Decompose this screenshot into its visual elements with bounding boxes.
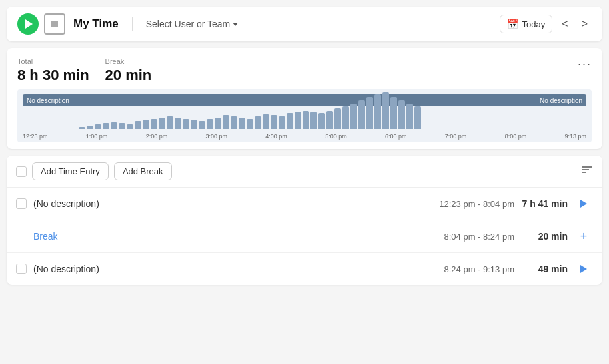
- entry-duration: 20 min: [521, 231, 568, 242]
- bottom-panel: Add Time Entry Add Break (No description…: [7, 156, 602, 285]
- chart-bar: [374, 94, 381, 129]
- time-tick: 2:00 pm: [146, 133, 168, 140]
- chart-bar: [334, 108, 341, 129]
- chart-bar: [382, 92, 389, 129]
- time-tick: 12:23 pm: [23, 133, 48, 140]
- stats-card: Total 8 h 30 min Break 20 min ··· No des…: [7, 48, 602, 149]
- time-tick: 8:00 pm: [505, 133, 527, 140]
- chart-bar: [135, 121, 141, 129]
- entry-row: (No description)8:24 pm - 9:13 pm49 min: [7, 253, 602, 285]
- chart-bar: [87, 126, 93, 129]
- stats-header: Total 8 h 30 min Break 20 min ···: [17, 57, 592, 84]
- time-tick: 4:00 pm: [265, 133, 287, 140]
- app-container: My Time Select User or Team 📅 Today < > …: [0, 0, 609, 364]
- chart-bar: [398, 100, 405, 129]
- header-divider: [132, 17, 133, 31]
- chart-bar: [255, 116, 261, 129]
- entry-checkbox[interactable]: [16, 264, 27, 274]
- chart-bar: [310, 112, 317, 129]
- break-label: Break: [105, 57, 152, 65]
- chart-bar: [326, 111, 333, 130]
- chart-bar: [414, 106, 421, 129]
- chart-bar: [406, 104, 413, 129]
- entry-time-range: 12:23 pm - 8:04 pm: [428, 199, 514, 209]
- time-tick: 3:00 pm: [205, 133, 227, 140]
- chart-bar: [303, 111, 309, 130]
- chart-bar: [247, 119, 253, 129]
- entry-description: (No description): [33, 198, 421, 209]
- chart-bar: [318, 113, 325, 129]
- plus-icon: +: [580, 230, 588, 244]
- header-bar: My Time Select User or Team 📅 Today < >: [7, 7, 602, 41]
- entry-row: Break8:04 pm - 8:24 pm20 min+: [7, 220, 602, 253]
- stop-button[interactable]: [44, 13, 65, 35]
- calendar-icon: 📅: [507, 19, 518, 29]
- chart-bar: [358, 100, 365, 129]
- time-tick: 7:00 pm: [445, 133, 467, 140]
- break-stat: Break 20 min: [105, 57, 152, 84]
- page-title: My Time: [73, 17, 119, 31]
- time-tick: 6:00 pm: [385, 133, 407, 140]
- entry-duration: 7 h 41 min: [521, 198, 568, 209]
- play-button[interactable]: [17, 13, 39, 35]
- header-right: 📅 Today < >: [500, 15, 592, 33]
- chart-bar: [151, 119, 157, 129]
- time-tick: 1:00 pm: [86, 133, 108, 140]
- next-nav-button[interactable]: >: [578, 15, 592, 33]
- time-tick: 5:00 pm: [325, 133, 347, 140]
- time-tick: 9:13 pm: [564, 133, 586, 140]
- chart-bar: [159, 118, 165, 129]
- chart-bar: [103, 123, 109, 129]
- chart-bar: [223, 115, 229, 129]
- select-user-dropdown[interactable]: Select User or Team: [146, 19, 239, 29]
- chart-bar: [287, 113, 293, 129]
- entry-checkbox[interactable]: [16, 198, 27, 209]
- add-time-entry-button[interactable]: Add Time Entry: [32, 162, 109, 180]
- chart-bar: [127, 124, 133, 129]
- add-break-action[interactable]: +: [574, 227, 593, 246]
- chart-bar: [119, 123, 125, 129]
- chart-bar: [390, 97, 397, 129]
- sort-button[interactable]: [581, 164, 593, 179]
- entry-description: Break: [33, 231, 421, 242]
- total-label: Total: [17, 57, 89, 65]
- play-triangle-icon: [580, 200, 587, 208]
- sort-icon: [581, 164, 593, 176]
- prev-nav-button[interactable]: <: [558, 15, 572, 33]
- chart-bar: [79, 127, 85, 129]
- break-value: 20 min: [105, 67, 152, 84]
- entry-duration: 49 min: [521, 264, 568, 274]
- play-entry-button[interactable]: [574, 260, 593, 278]
- entry-time-range: 8:24 pm - 9:13 pm: [428, 264, 514, 274]
- chart-bar: [175, 118, 181, 129]
- chart-bar: [279, 116, 285, 129]
- today-button[interactable]: 📅 Today: [500, 15, 553, 33]
- chart-bar: [231, 116, 237, 129]
- total-stat: Total 8 h 30 min: [17, 57, 89, 84]
- chart-bar: [350, 104, 357, 129]
- play-entry-button[interactable]: [574, 194, 593, 213]
- more-options-button[interactable]: ···: [578, 57, 592, 71]
- total-value: 8 h 30 min: [17, 67, 89, 84]
- toolbar-row: Add Time Entry Add Break: [7, 156, 602, 188]
- chart-bar: [111, 122, 117, 129]
- entry-description: (No description): [33, 264, 421, 274]
- chart-area: No description No description 12:23 pm1:…: [17, 89, 592, 142]
- chart-bar: [95, 124, 101, 129]
- chart-bar: [342, 106, 349, 129]
- add-break-button[interactable]: Add Break: [114, 162, 172, 180]
- chart-bar: [295, 112, 301, 129]
- play-triangle-icon: [580, 265, 587, 273]
- play-icon: [25, 19, 33, 29]
- chart-bar: [239, 118, 245, 129]
- entry-row: (No description)12:23 pm - 8:04 pm7 h 41…: [7, 188, 602, 220]
- stats-values: Total 8 h 30 min Break 20 min: [17, 57, 151, 84]
- chart-bar: [199, 121, 205, 129]
- chart-bar: [215, 118, 221, 129]
- select-user-label: Select User or Team: [146, 19, 231, 29]
- select-all-checkbox[interactable]: [16, 166, 27, 177]
- today-label: Today: [522, 19, 546, 29]
- chart-bar: [366, 97, 373, 129]
- chart-bar: [263, 114, 269, 129]
- header-left: My Time Select User or Team: [17, 13, 500, 35]
